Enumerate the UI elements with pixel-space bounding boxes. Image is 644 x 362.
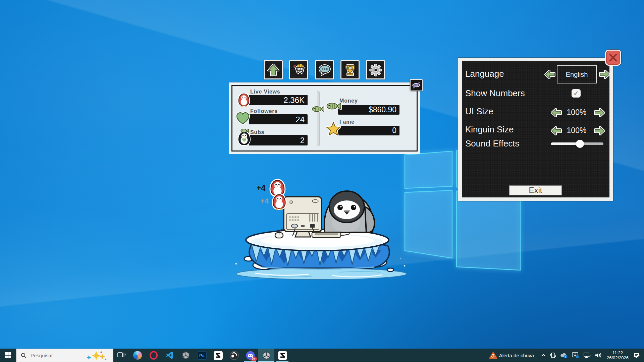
- ui-size-decrease-arrow[interactable]: [551, 108, 562, 117]
- red-penguin-icon: [237, 93, 251, 108]
- keyboard: [312, 232, 341, 237]
- kinguin-size-increase-arrow[interactable]: [594, 126, 605, 135]
- windows-start-icon: [5, 352, 11, 358]
- action-center-button[interactable]: [631, 349, 643, 362]
- floating-rewards: +4 +4: [257, 180, 285, 210]
- taskbar-clock[interactable]: 11:22 26/02/2026: [604, 350, 631, 360]
- speaker-icon: [594, 352, 602, 359]
- language-label: Language: [465, 69, 504, 79]
- stats-panel: Live Views 2.36K Followers 24 Subs 2: [231, 85, 418, 152]
- tray-weather-cloud[interactable]: i: [558, 349, 570, 362]
- taskbar-search[interactable]: [16, 349, 113, 362]
- taskbar-app-vscode[interactable]: [162, 349, 178, 362]
- capcut-icon: [278, 351, 287, 360]
- weather-widget[interactable]: Alerta de chuva: [487, 349, 539, 362]
- taskbar-app-unity-active[interactable]: [258, 349, 274, 362]
- taskbar-app-opera-gx[interactable]: [146, 349, 162, 362]
- desktop-screen: 1 Live Views 2.36K Foll: [0, 0, 644, 362]
- followers-label: Followers: [250, 108, 278, 114]
- tray-show-hidden-icons[interactable]: [539, 349, 548, 362]
- clock-date: 26/02/2026: [607, 355, 629, 360]
- exit-button[interactable]: Exit: [509, 185, 562, 195]
- language-next-arrow[interactable]: [599, 70, 610, 79]
- up-arrow-icon: [266, 63, 280, 77]
- shop-button[interactable]: [289, 60, 308, 79]
- discord-badge: 9+: [251, 357, 257, 361]
- penguin[interactable]: [324, 191, 374, 232]
- tray-rotation-lock[interactable]: [548, 349, 558, 362]
- live-views-bar: 2.36K: [249, 95, 308, 105]
- start-button[interactable]: [0, 349, 16, 362]
- language-prev-arrow[interactable]: [544, 70, 556, 79]
- taskbar-app-capcut-2[interactable]: [274, 349, 290, 362]
- weather-alert-text: Alerta de chuva: [499, 353, 534, 358]
- search-input[interactable]: [30, 352, 84, 359]
- taskbar-app-obs[interactable]: [226, 349, 242, 362]
- taskbar-app-discord[interactable]: 9+: [242, 349, 258, 362]
- hide-stats-button[interactable]: [410, 79, 423, 91]
- search-highlights-sparkle-icon: [86, 351, 108, 361]
- settings-panel: Language English Show Numbers ✓ UI Size …: [458, 58, 613, 201]
- obs-icon: [230, 351, 239, 360]
- gear-icon: [369, 63, 383, 77]
- show-numbers-checkbox[interactable]: ✓: [572, 89, 581, 98]
- rotation-lock-icon: [549, 352, 557, 359]
- cloud-icon: i: [560, 352, 568, 359]
- sound-slider-fill: [551, 142, 580, 145]
- opera-gx-icon: [150, 351, 158, 360]
- fame-label: Fame: [339, 119, 355, 125]
- taskbar-app-unity[interactable]: [178, 349, 194, 362]
- show-numbers-label: Show Numbers: [465, 88, 525, 99]
- money-fish-icon: [325, 101, 342, 112]
- network-icon: [583, 352, 591, 359]
- floating-plus-faded: +4: [260, 197, 269, 205]
- close-x-icon: [608, 53, 618, 63]
- fame-bar: 0: [338, 126, 399, 135]
- divider-fish-icon[interactable]: [311, 105, 326, 115]
- task-view-icon: [117, 352, 126, 359]
- money-bar: $860.90: [338, 105, 399, 115]
- floating-plus-dark: +4: [257, 184, 265, 192]
- live-views-label: Live Views: [250, 89, 280, 95]
- achievements-button[interactable]: 1: [340, 60, 360, 79]
- ui-size-value: 100%: [562, 108, 591, 117]
- taskbar-app-photoshop[interactable]: Ps: [194, 349, 210, 362]
- chat-bubble-icon: [318, 63, 332, 77]
- chat-button[interactable]: [315, 60, 334, 79]
- tray-windows-update[interactable]: [570, 349, 581, 362]
- heart-icon: [236, 111, 251, 126]
- chevron-up-icon: [541, 353, 546, 358]
- action-center-icon: [633, 352, 641, 359]
- kinguin-size-value: 100%: [562, 126, 591, 135]
- svg-text:i: i: [565, 355, 566, 358]
- sub-penguin-icon: [237, 129, 252, 146]
- checkmark: ✓: [574, 89, 579, 97]
- photoshop-icon: Ps: [198, 351, 207, 360]
- tray-network[interactable]: [581, 349, 593, 362]
- subs-label: Subs: [250, 129, 264, 135]
- search-icon: [21, 353, 26, 358]
- settings-button[interactable]: [366, 60, 385, 79]
- taskbar-app-capcut[interactable]: [210, 349, 226, 362]
- clock-time: 11:22: [607, 350, 629, 355]
- tray-volume[interactable]: [593, 349, 604, 362]
- capcut-icon: [214, 351, 223, 360]
- ui-size-label: UI Size: [465, 106, 493, 117]
- stats-divider-slider[interactable]: [317, 91, 320, 146]
- rain-alert-icon: [489, 351, 498, 360]
- settings-close-button[interactable]: [605, 50, 621, 66]
- ui-size-increase-arrow[interactable]: [594, 108, 605, 117]
- unity-icon: [181, 351, 190, 360]
- taskbar-app-copilot[interactable]: [129, 349, 146, 362]
- fame-star-icon: [326, 121, 341, 137]
- game-scene: +4 +4: [231, 176, 409, 287]
- upgrade-button[interactable]: [264, 60, 283, 79]
- kinguin-size-decrease-arrow[interactable]: [551, 126, 562, 135]
- money-label: Money: [339, 98, 358, 104]
- system-tray: Alerta de chuva i: [487, 349, 644, 362]
- sound-slider-thumb[interactable]: [576, 140, 584, 148]
- sound-effects-label: Sound Effects: [465, 138, 519, 149]
- language-value: English: [557, 65, 597, 83]
- sound-effects-slider[interactable]: [551, 142, 603, 145]
- taskbar-app-task-view[interactable]: [113, 349, 129, 362]
